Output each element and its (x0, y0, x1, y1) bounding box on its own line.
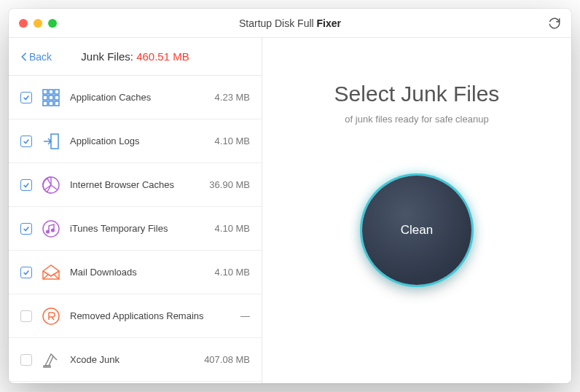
xcode-icon (41, 350, 61, 370)
content-area: Back Junk Files: 460.51 MB (9, 38, 571, 383)
svg-rect-2 (55, 90, 59, 94)
close-window-button[interactable] (19, 19, 28, 28)
browser-caches-icon (41, 175, 61, 195)
list-item-xcode-junk[interactable]: Xcode Junk 407.08 MB (9, 338, 262, 382)
check-icon (23, 181, 30, 189)
item-label: Application Logs (70, 136, 206, 146)
checkbox[interactable] (20, 92, 32, 103)
sidebar-title-size: 460.51 MB (136, 50, 189, 63)
svg-point-14 (43, 308, 59, 324)
svg-rect-0 (43, 90, 47, 94)
checkbox[interactable] (20, 136, 32, 147)
minimize-window-button[interactable] (34, 19, 42, 28)
list-item-itunes-temp[interactable]: iTunes Temporary Files 4.10 MB (9, 207, 262, 251)
list-item-removed-apps[interactable]: Removed Applications Remains — (9, 294, 262, 338)
checkbox[interactable] (20, 179, 32, 191)
window-title: Startup Disk Full Fixer (9, 17, 571, 29)
checkbox[interactable] (20, 354, 32, 366)
check-icon (23, 225, 30, 232)
main-title: Select Junk Files (334, 82, 500, 106)
checkbox[interactable] (20, 310, 32, 322)
item-size: 4.23 MB (215, 92, 250, 103)
checkbox[interactable] (20, 267, 32, 278)
item-label: Internet Browser Caches (70, 179, 200, 190)
back-button[interactable]: Back (20, 51, 52, 63)
item-size: 4.10 MB (215, 267, 250, 278)
list-item-browser-caches[interactable]: Internet Browser Caches 36.90 MB (9, 163, 262, 207)
check-icon (23, 138, 30, 145)
svg-rect-1 (49, 90, 53, 94)
item-size: 4.10 MB (215, 223, 250, 234)
clean-button[interactable]: Clean (362, 176, 471, 285)
chevron-left-icon (20, 52, 28, 62)
svg-rect-3 (43, 95, 47, 100)
item-size: 36.90 MB (209, 179, 250, 190)
svg-point-11 (43, 221, 59, 237)
checkbox[interactable] (20, 223, 32, 235)
app-caches-icon (41, 87, 61, 108)
itunes-icon (41, 219, 61, 239)
item-label: Removed Applications Remains (70, 310, 232, 321)
item-label: iTunes Temporary Files (70, 223, 206, 234)
svg-rect-15 (44, 366, 50, 367)
list-item-app-caches[interactable]: Application Caches 4.23 MB (9, 76, 262, 119)
sidebar-header: Back Junk Files: 460.51 MB (9, 38, 262, 76)
svg-rect-9 (51, 134, 58, 149)
back-label: Back (29, 51, 52, 63)
item-label: Mail Downloads (70, 267, 206, 278)
svg-rect-5 (55, 95, 59, 100)
list-item-app-logs[interactable]: Application Logs 4.10 MB (9, 119, 262, 163)
svg-rect-8 (55, 101, 59, 106)
item-size: 4.10 MB (215, 136, 250, 146)
sidebar: Back Junk Files: 460.51 MB (9, 38, 262, 383)
sidebar-title-label: Junk Files: (81, 50, 136, 63)
refresh-button[interactable] (548, 17, 561, 30)
check-icon (23, 269, 30, 276)
list-item-mail-downloads[interactable]: Mail Downloads 4.10 MB (9, 251, 262, 294)
item-label: Application Caches (70, 92, 206, 103)
clean-button-label: Clean (401, 223, 433, 238)
main-panel: Select Junk Files of junk files ready fo… (262, 38, 571, 383)
removed-apps-icon (41, 306, 61, 326)
svg-rect-6 (43, 101, 47, 106)
main-subtitle: of junk files ready for safe cleanup (345, 114, 488, 125)
check-icon (23, 94, 30, 101)
window-title-prefix: Startup Disk Full (239, 17, 317, 29)
svg-point-12 (47, 230, 50, 233)
svg-rect-4 (49, 95, 53, 100)
item-size: 407.08 MB (204, 354, 250, 365)
junk-files-list: Application Caches 4.23 MB Application L… (9, 76, 262, 383)
traffic-lights (19, 19, 57, 28)
app-window: Startup Disk Full Fixer Back Junk Files:… (9, 9, 571, 383)
app-logs-icon (41, 131, 61, 152)
maximize-window-button[interactable] (48, 19, 57, 28)
svg-point-13 (52, 229, 55, 232)
svg-rect-7 (49, 101, 53, 106)
window-title-suffix: Fixer (317, 17, 341, 29)
mail-icon (41, 262, 61, 283)
item-label: Xcode Junk (70, 354, 195, 365)
titlebar: Startup Disk Full Fixer (9, 9, 571, 38)
refresh-icon (548, 17, 561, 30)
item-size: — (240, 310, 250, 321)
